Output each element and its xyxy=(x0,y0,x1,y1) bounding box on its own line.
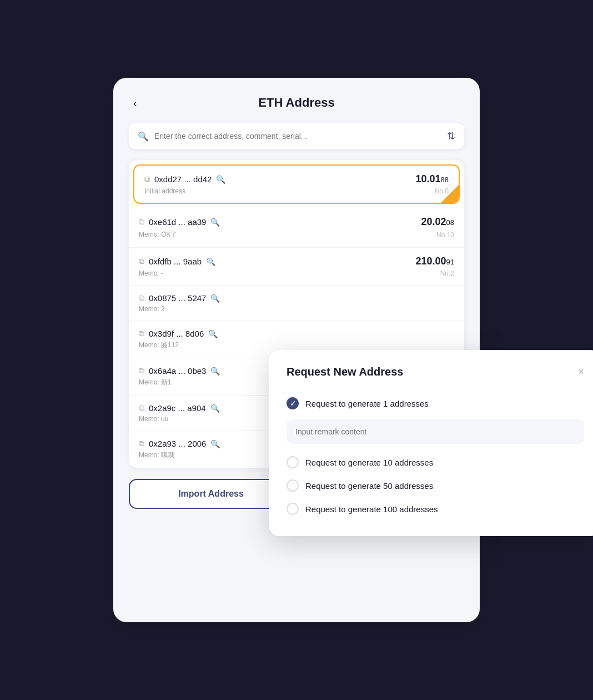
modal-options: Request to generate 1 addresses Request … xyxy=(287,392,584,521)
radio-option[interactable]: Request to generate 10 addresses xyxy=(287,451,584,474)
address-label: Memo: 哦哦 xyxy=(139,451,174,460)
radio-label: Request to generate 10 addresses xyxy=(305,458,433,467)
radio-option[interactable]: Request to generate 50 addresses xyxy=(287,474,584,497)
address-text: 0x2a9c ... a904 xyxy=(149,403,206,413)
address-amount: 10.0188 xyxy=(415,173,449,185)
copy-icon[interactable]: ⧉ xyxy=(144,174,150,184)
address-search-icon[interactable]: 🔍 xyxy=(208,329,218,338)
request-address-modal: Request New Address × Request to generat… xyxy=(269,350,593,536)
header: ‹ ETH Address xyxy=(129,96,464,110)
main-card: ‹ ETH Address 🔍 ⇅ ⧉ 0xdd27 ... dd42 🔍 10… xyxy=(113,78,480,622)
copy-icon[interactable]: ⧉ xyxy=(139,257,144,266)
radio-circle xyxy=(287,503,299,515)
address-item[interactable]: ⧉ 0xe61d ... aa39 🔍 20.0208 Memo: OK了 No… xyxy=(129,208,464,248)
page-title: ETH Address xyxy=(258,96,334,110)
radio-circle xyxy=(287,456,299,468)
search-input[interactable] xyxy=(154,132,441,141)
copy-icon[interactable]: ⧉ xyxy=(139,366,144,376)
address-search-icon[interactable]: 🔍 xyxy=(206,257,215,266)
copy-icon[interactable]: ⧉ xyxy=(139,329,144,338)
address-amount: 20.0208 xyxy=(421,216,454,228)
address-label: Initial address xyxy=(144,187,185,195)
back-button[interactable]: ‹ xyxy=(129,94,142,112)
address-item[interactable]: ⧉ 0xdd27 ... dd42 🔍 10.0188 Initial addr… xyxy=(133,164,460,204)
address-search-icon[interactable]: 🔍 xyxy=(216,175,225,184)
address-num: No.2 xyxy=(440,269,454,277)
radio-option[interactable]: Request to generate 1 addresses xyxy=(287,392,584,415)
address-item[interactable]: ⧉ 0x0875 ... 5247 🔍 Memo: 2 xyxy=(129,286,464,321)
modal-title: Request New Address xyxy=(287,366,403,378)
copy-icon[interactable]: ⧉ xyxy=(139,293,144,303)
address-search-icon[interactable]: 🔍 xyxy=(210,218,220,227)
search-icon: 🔍 xyxy=(138,131,149,142)
copy-icon[interactable]: ⧉ xyxy=(139,403,144,413)
address-label: Memo: 新1 xyxy=(139,378,172,387)
address-text: 0x2a93 ... 2006 xyxy=(149,439,206,448)
address-search-icon[interactable]: 🔍 xyxy=(210,367,220,376)
address-num: No.10 xyxy=(436,231,454,239)
address-text: 0xdd27 ... dd42 xyxy=(154,174,212,184)
filter-icon[interactable]: ⇅ xyxy=(447,130,455,142)
address-label: Memo: OK了 xyxy=(139,230,177,239)
address-amount: 210.0091 xyxy=(415,256,454,267)
address-text: 0xe61d ... aa39 xyxy=(149,217,206,227)
copy-icon[interactable]: ⧉ xyxy=(139,439,144,448)
copy-icon[interactable]: ⧉ xyxy=(139,217,144,227)
modal-header: Request New Address × xyxy=(287,366,584,378)
address-text: 0x0875 ... 5247 xyxy=(149,293,206,303)
address-text: 0x3d9f ... 8d06 xyxy=(149,329,204,338)
radio-label: Request to generate 50 addresses xyxy=(305,481,433,491)
search-bar: 🔍 ⇅ xyxy=(129,123,464,149)
address-search-icon[interactable]: 🔍 xyxy=(210,294,220,303)
address-text: 0x6a4a ... 0be3 xyxy=(149,366,206,376)
active-corner xyxy=(441,185,459,203)
address-search-icon[interactable]: 🔍 xyxy=(210,404,220,413)
modal-close-button[interactable]: × xyxy=(578,366,584,378)
radio-label: Request to generate 100 addresses xyxy=(305,504,438,514)
radio-circle xyxy=(287,479,299,492)
radio-option[interactable]: Request to generate 100 addresses xyxy=(287,497,584,521)
address-text: 0xfdfb ... 9aab xyxy=(149,257,202,266)
radio-label: Request to generate 1 addresses xyxy=(305,399,429,408)
radio-circle xyxy=(287,397,299,409)
address-search-icon[interactable]: 🔍 xyxy=(210,439,220,448)
address-label: Memo: 2 xyxy=(139,305,165,313)
address-label: Memo: - xyxy=(139,269,163,277)
address-label: Memo: uu xyxy=(139,415,168,423)
address-label: Memo: 圈112 xyxy=(139,341,179,350)
remark-input[interactable] xyxy=(287,419,584,444)
address-item[interactable]: ⧉ 0xfdfb ... 9aab 🔍 210.0091 Memo: - No.… xyxy=(129,248,464,286)
